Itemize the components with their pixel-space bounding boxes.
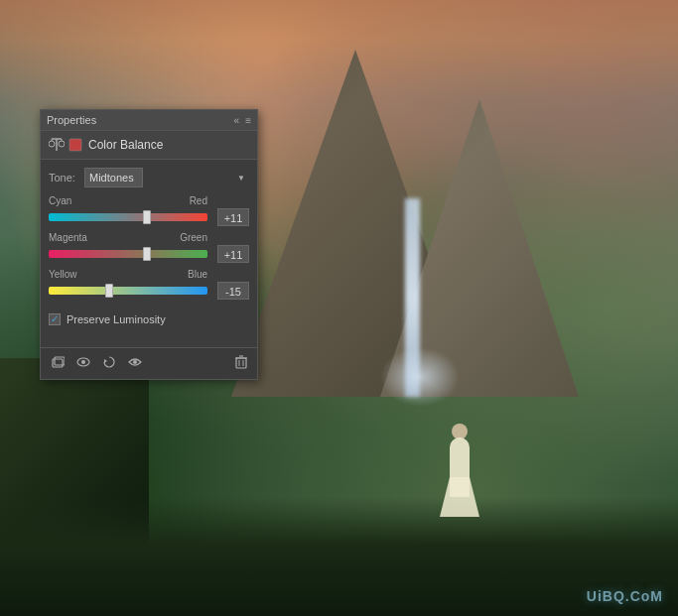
- panel-header-title: Color Balance: [88, 138, 163, 152]
- magenta-green-track[interactable]: [49, 250, 207, 258]
- check-mark: ✓: [51, 314, 59, 324]
- cyan-red-labels: Cyan Red: [49, 195, 207, 206]
- tone-label: Tone:: [49, 172, 78, 184]
- balance-scale-icon: [49, 137, 65, 153]
- magenta-green-track-group: [49, 250, 213, 258]
- tone-row: Tone: Midtones Shadows Highlights: [49, 168, 249, 187]
- panel-collapse-btn[interactable]: «: [234, 115, 240, 126]
- cyan-red-slider-row: +11: [49, 208, 249, 226]
- watermark: UiBQ.CoM: [587, 588, 663, 604]
- svg-point-10: [81, 360, 85, 364]
- cyan-red-track[interactable]: [49, 213, 207, 221]
- yellow-blue-thumb[interactable]: [105, 284, 113, 298]
- blue-label: Blue: [188, 269, 207, 280]
- svg-rect-13: [236, 358, 246, 368]
- panel-header: Color Balance: [41, 131, 257, 160]
- panel-titlebar: Properties « ≡: [41, 110, 257, 131]
- properties-panel: Properties « ≡ Color Balance: [40, 109, 258, 380]
- cyan-red-thumb[interactable]: [143, 210, 151, 224]
- tone-select-wrap: Midtones Shadows Highlights: [84, 168, 249, 187]
- magenta-label: Magenta: [49, 232, 87, 243]
- delete-icon[interactable]: [233, 353, 249, 374]
- waterfall-mist: [380, 347, 460, 407]
- yellow-blue-track-group: [49, 287, 213, 295]
- panel-toolbar: [41, 347, 257, 379]
- preserve-luminosity-row: ✓ Preserve Luminosity: [49, 309, 249, 329]
- panel-controls: « ≡: [234, 115, 251, 126]
- clip-to-layer-icon[interactable]: [49, 353, 67, 374]
- red-label: Red: [190, 195, 207, 206]
- yellow-blue-labels: Yellow Blue: [49, 269, 207, 280]
- green-label: Green: [180, 232, 207, 243]
- cyan-label: Cyan: [49, 195, 71, 206]
- magenta-green-thumb[interactable]: [143, 247, 151, 261]
- reset-icon[interactable]: [100, 353, 118, 374]
- magenta-green-slider-row: +11: [49, 245, 249, 263]
- yellow-blue-slider-group: Yellow Blue -15: [49, 269, 249, 300]
- eye-icon[interactable]: [126, 353, 144, 374]
- svg-point-4: [59, 141, 65, 147]
- magenta-green-labels: Magenta Green: [49, 232, 207, 243]
- svg-point-2: [49, 141, 55, 147]
- color-square-icon: [68, 138, 82, 152]
- figure: [440, 418, 479, 517]
- panel-title: Properties: [47, 114, 96, 126]
- magenta-green-value[interactable]: +11: [217, 245, 249, 263]
- yellow-blue-value[interactable]: -15: [217, 282, 249, 300]
- panel-body: Tone: Midtones Shadows Highlights Cyan R…: [41, 160, 257, 337]
- preserve-luminosity-checkbox[interactable]: ✓: [49, 313, 61, 325]
- visibility-toggle-icon[interactable]: [74, 353, 92, 374]
- yellow-blue-slider-row: -15: [49, 282, 249, 300]
- panel-menu-btn[interactable]: ≡: [245, 115, 251, 126]
- yellow-label: Yellow: [49, 269, 77, 280]
- svg-point-12: [133, 360, 137, 364]
- cyan-red-value[interactable]: +11: [217, 208, 249, 226]
- cyan-red-slider-group: Cyan Red +11: [49, 195, 249, 226]
- svg-rect-6: [69, 139, 81, 151]
- cyan-red-track-group: [49, 213, 213, 221]
- color-balance-icons: [49, 137, 82, 153]
- preserve-luminosity-label: Preserve Luminosity: [67, 313, 166, 325]
- svg-marker-11: [104, 359, 107, 363]
- yellow-blue-track[interactable]: [49, 287, 207, 295]
- foreground: [0, 497, 678, 616]
- figure-dress: [440, 477, 479, 517]
- magenta-green-slider-group: Magenta Green +11: [49, 232, 249, 263]
- tone-select[interactable]: Midtones Shadows Highlights: [84, 168, 143, 187]
